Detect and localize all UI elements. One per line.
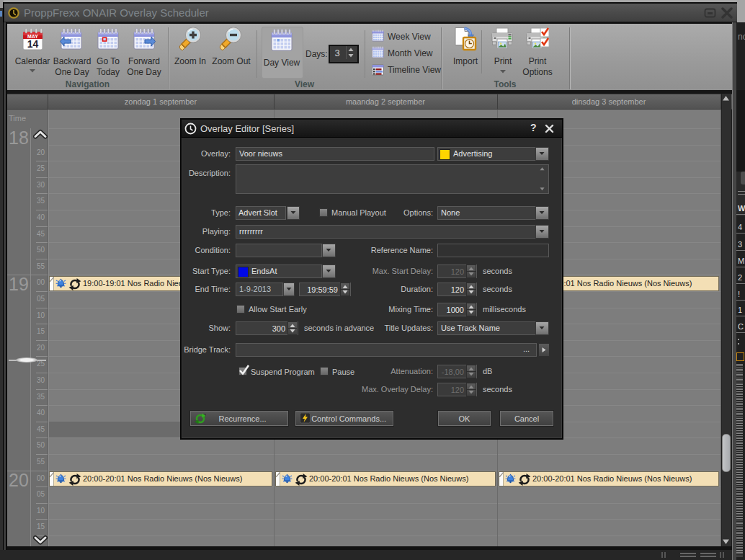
svg-text:14: 14 <box>27 38 39 50</box>
